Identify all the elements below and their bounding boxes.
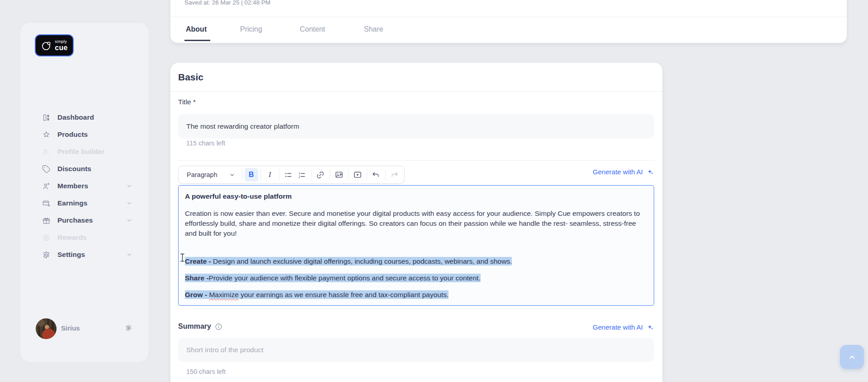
header-divider <box>170 17 847 17</box>
sidebar-item-settings[interactable]: Settings <box>20 246 149 263</box>
user-settings-gear-icon[interactable] <box>124 323 133 333</box>
sparkle-ai-icon <box>646 323 654 331</box>
redo-button[interactable] <box>388 168 401 182</box>
sidebar-item-rewards: Rewards <box>20 229 149 246</box>
sidebar-item-label: Purchases <box>57 216 93 224</box>
editor-line-create: Create - Design and launch exclusive dig… <box>185 256 647 266</box>
video-icon <box>353 170 362 179</box>
image-upload-icon <box>335 170 344 179</box>
sidebar-item-label: Products <box>57 130 88 139</box>
line-bold-prefix: Share - <box>185 274 209 282</box>
sidebar-item-dashboard[interactable]: Dashboard <box>20 109 149 126</box>
scroll-to-top-button[interactable] <box>840 345 864 369</box>
title-input[interactable] <box>178 114 654 139</box>
numbered-list-button[interactable]: 1 2 <box>295 168 309 182</box>
sparkle-ai-icon <box>646 168 654 176</box>
cue-logo-icon <box>41 40 52 51</box>
sidebar-item-label: Settings <box>57 251 85 259</box>
sidebar-item-label: Members <box>57 182 88 190</box>
bold-button[interactable]: B <box>245 168 258 182</box>
sidebar-item-earnings[interactable]: Earnings <box>20 195 149 212</box>
sidebar-item-label: Profile builder <box>57 148 104 156</box>
logo-line2: cue <box>55 44 67 51</box>
generate-with-ai-label: Generate with AI <box>593 323 643 331</box>
editor-heading-text: A powerful easy-to-use platform <box>185 191 647 201</box>
user-row: Sirius <box>20 317 149 344</box>
generate-with-ai-label: Generate with AI <box>593 168 643 176</box>
toolbar-separator <box>242 169 242 180</box>
toolbar-separator <box>279 169 279 180</box>
sidebar-item-label: Dashboard <box>57 113 94 121</box>
italic-button[interactable]: I <box>263 168 277 182</box>
tab-pricing[interactable]: Pricing <box>240 25 262 33</box>
generate-with-ai-description[interactable]: Generate with AI <box>593 168 654 176</box>
tab-share[interactable]: Share <box>364 25 383 33</box>
sidebar: simply cue Dashboard Products <box>20 22 149 363</box>
tab-about[interactable]: About <box>186 25 207 33</box>
bullet-list-icon <box>284 171 292 179</box>
undo-icon <box>372 171 380 179</box>
toolbar-separator <box>385 169 386 180</box>
numbered-list-icon: 1 2 <box>297 171 306 179</box>
toolbar-separator <box>311 169 311 180</box>
basic-section-card: Basic Title * 115 chars left Paragraph B… <box>170 63 662 382</box>
toolbar-separator <box>348 169 349 180</box>
sidebar-item-purchases[interactable]: Purchases <box>20 212 149 229</box>
sidebar-item-products[interactable]: Products <box>20 126 149 143</box>
toolbar-separator <box>330 169 330 180</box>
selected-text: Create - Design and launch exclusive dig… <box>185 257 512 266</box>
saved-at-status: Saved at: 26 Mar 25 | 02:48 PM <box>184 0 270 6</box>
star-icon <box>42 130 51 139</box>
sidebar-item-profile-builder: Profile builder <box>20 143 149 160</box>
chevron-down-icon <box>126 217 132 224</box>
insert-video-button[interactable] <box>351 168 364 182</box>
toolbar-separator <box>367 169 367 180</box>
editor-paragraph-text: Creation is now easier than ever. Secure… <box>185 209 647 238</box>
sidebar-item-members[interactable]: Members <box>20 177 149 195</box>
line-text: Provide your audience with flexible paym… <box>209 274 481 282</box>
insert-image-button[interactable] <box>332 168 346 182</box>
section-title: Basic <box>178 72 203 83</box>
link-icon <box>314 169 326 181</box>
app-root: simply cue Dashboard Products <box>0 0 868 382</box>
misspelled-word: Maximize <box>209 291 238 298</box>
line-text: Design and launch exclusive digital offe… <box>213 257 512 265</box>
line-text: your earnings as we ensure hassle free a… <box>239 291 448 298</box>
app-logo[interactable]: simply cue <box>36 35 73 56</box>
undo-button[interactable] <box>369 168 383 182</box>
product-header-card: Saved at: 26 Mar 25 | 02:48 PM About Pri… <box>170 0 847 43</box>
bullet-list-button[interactable] <box>282 168 295 182</box>
redo-icon <box>390 171 399 179</box>
toolbar-separator <box>260 169 261 180</box>
tab-content[interactable]: Content <box>300 25 325 33</box>
summary-field-label: Summary <box>178 322 211 331</box>
line-bold-prefix: Grow - <box>185 291 209 298</box>
member-add-icon <box>42 182 51 191</box>
chevron-down-icon <box>229 172 235 178</box>
svg-text:1: 1 <box>299 172 301 175</box>
avatar[interactable] <box>36 318 57 339</box>
logo-line1: simply <box>55 40 67 44</box>
sidebar-item-label: Rewards <box>57 233 87 242</box>
rewards-icon <box>42 233 51 242</box>
gift-icon <box>42 216 51 225</box>
sidebar-nav: Dashboard Products Profile builder <box>20 109 149 263</box>
chevron-up-icon <box>847 352 857 362</box>
sidebar-item-label: Earnings <box>57 199 87 207</box>
description-editor[interactable]: A powerful easy-to-use platform Creation… <box>178 185 654 306</box>
info-icon[interactable] <box>215 323 222 331</box>
svg-text:2: 2 <box>299 175 301 178</box>
editor-toolbar: Paragraph B I 1 2 <box>178 166 405 184</box>
dashboard-icon <box>42 113 51 122</box>
link-button[interactable] <box>314 168 327 182</box>
editor-line-grow: Grow - Maximize your earnings as we ensu… <box>185 290 647 300</box>
paragraph-style-dropdown[interactable]: Paragraph <box>181 168 240 182</box>
profile-builder-icon <box>42 148 51 156</box>
summary-input[interactable] <box>178 338 654 362</box>
sidebar-item-discounts[interactable]: Discounts <box>20 160 149 177</box>
line-bold-prefix: Create - <box>185 257 213 265</box>
title-chars-left: 115 chars left <box>186 140 225 147</box>
generate-with-ai-summary[interactable]: Generate with AI <box>593 323 654 331</box>
selected-text: Grow - Maximize your earnings as we ensu… <box>185 290 448 299</box>
title-field-label: Title * <box>178 98 196 106</box>
